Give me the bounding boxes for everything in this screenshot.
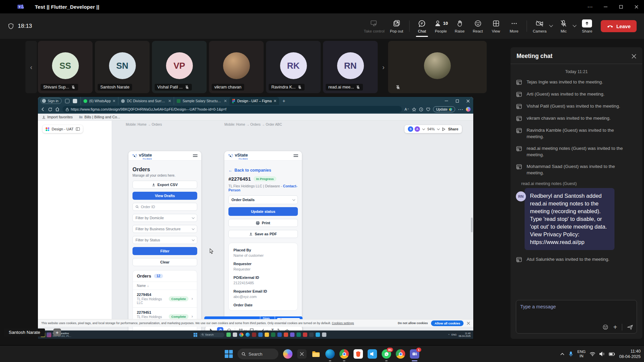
toolbar-divider <box>409 20 410 32</box>
minimize-button[interactable] <box>598 0 613 13</box>
tray-mic-icon[interactable] <box>569 351 573 357</box>
toolbar-divider <box>235 328 235 330</box>
chrome-icon[interactable] <box>339 349 349 359</box>
whatsapp-icon[interactable]: 81 <box>382 349 391 359</box>
printer-icon <box>256 221 260 225</box>
file-explorer-icon[interactable] <box>311 349 321 359</box>
figma-frame-orders: vStateFILINGS Orders Manage all your ord… <box>128 151 201 330</box>
titlebar-more-icon[interactable]: ⋯ <box>582 0 598 13</box>
add-overlay-button[interactable]: + <box>53 328 61 336</box>
participant-tile[interactable]: RK Ravindra K... <box>266 41 321 93</box>
raise-hand-button[interactable]: Raise <box>451 15 469 37</box>
avatar-photo <box>424 52 451 79</box>
camera-button[interactable]: Camera <box>530 15 549 37</box>
calendar-add-icon <box>516 256 522 263</box>
participant-tile[interactable]: RN read.ai mee... <box>323 41 378 93</box>
participant-scroll-right[interactable]: › <box>378 41 389 93</box>
participant-scroll-left[interactable]: ‹ <box>25 41 37 93</box>
read-aloud-icon: A⌃ <box>405 107 409 111</box>
participant-name-label: Vishal Patil ... <box>155 84 192 90</box>
leave-button[interactable]: Leave <box>601 20 637 32</box>
chat-input[interactable]: Type a message + <box>516 300 637 334</box>
people-button[interactable]: 10 People <box>431 15 450 37</box>
remote-cursor-icon <box>208 248 214 254</box>
chevron-down-icon <box>192 238 195 241</box>
language-indicator[interactable]: ENG IN <box>577 350 586 358</box>
mic-options-chevron-icon[interactable] <box>573 23 577 27</box>
participant-name-label: vikram chavan <box>212 84 244 90</box>
mini-taskbar-icon <box>322 333 326 337</box>
attach-plus-icon[interactable]: + <box>613 324 617 330</box>
participant-tile[interactable]: vikram chavan <box>209 41 264 93</box>
chrome-profile-icon[interactable] <box>396 349 405 359</box>
participant-tile[interactable] <box>388 41 487 93</box>
pop-out-button[interactable]: Pop out <box>387 15 406 37</box>
chat-button[interactable]: Chat <box>413 15 431 37</box>
close-button[interactable] <box>629 0 644 13</box>
vstate-logo: vStateFILINGS <box>132 152 152 160</box>
teams-icon[interactable]: T1 <box>410 349 419 359</box>
more-icon <box>510 19 518 27</box>
more-button[interactable]: More <box>505 15 523 37</box>
company-line: TL Flex Holdings LLC | Delaware - Contac… <box>228 184 298 192</box>
maximize-button[interactable] <box>613 0 629 13</box>
tab-close-icon <box>168 100 171 102</box>
collaborator-avatar: S <box>408 126 413 132</box>
system-message: read.ai meeting notes (Guest) was invite… <box>516 145 637 158</box>
share-button[interactable]: Share <box>578 15 596 37</box>
update-status-button: Update status <box>228 207 298 216</box>
emoji-icon[interactable] <box>602 324 608 330</box>
filter-status-select: Filter by Status <box>132 236 197 244</box>
taskbar-clock[interactable]: 11:40 08-04-2025 <box>619 349 641 359</box>
brave-icon[interactable] <box>354 349 363 359</box>
chevron-right-icon: › <box>192 314 193 319</box>
mini-taskbar-icon <box>309 333 314 337</box>
take-control-button: Take control <box>361 15 387 37</box>
calendar-add-icon <box>516 91 522 98</box>
tab-close-icon <box>113 100 115 102</box>
tab-actions-icon <box>73 99 77 103</box>
mini-taskbar-icon <box>297 333 301 337</box>
participant-tile[interactable]: SS Shivani Sup... <box>38 41 93 93</box>
edge-icon[interactable] <box>325 349 335 359</box>
mini-taskbar-icon <box>284 333 288 337</box>
presenter-name-label: Santosh Narate <box>4 328 45 337</box>
wifi-icon[interactable] <box>590 352 595 356</box>
camera-options-chevron-icon[interactable] <box>549 23 553 27</box>
participant-tile[interactable]: SN Santosh Narate <box>95 41 150 93</box>
vscode-icon[interactable] <box>368 349 377 359</box>
move-tool-icon <box>209 328 213 330</box>
app-icon-dark[interactable] <box>297 349 307 359</box>
chevron-right-icon: › <box>382 63 385 71</box>
react-button[interactable]: React <box>469 15 487 37</box>
participant-tile[interactable]: VP Vishal Patil ... <box>152 41 207 93</box>
figma-favicon <box>232 99 235 103</box>
meeting-timer: 18:13 <box>7 22 32 30</box>
mini-taskbar-icon <box>303 333 307 337</box>
svg-text:T: T <box>18 5 20 9</box>
raise-hand-icon <box>456 19 464 27</box>
svg-text:T: T <box>413 353 415 355</box>
start-button[interactable] <box>225 350 233 358</box>
chat-date-header: Today 11:21 <box>516 69 637 74</box>
teams-meeting-window: T Test || Flutter_Developer || ⋯ 18:13 T… <box>0 0 644 362</box>
close-chat-icon[interactable] <box>632 54 636 59</box>
figma-page: Mobile: Home → Orders Mobile: Home → Ord… <box>38 121 473 330</box>
avatar: VP <box>166 52 193 79</box>
speaker-icon[interactable] <box>599 352 605 356</box>
battery-icon[interactable] <box>609 352 615 356</box>
figma-left-panel <box>38 121 112 319</box>
chat-panel-title: Meeting chat <box>517 53 552 60</box>
orders-title: Orders <box>132 167 197 173</box>
avatar: RK <box>280 52 307 79</box>
mic-button[interactable]: Mic <box>554 15 573 37</box>
window-title: Test || Flutter_Developer || <box>35 4 99 10</box>
taskbar-search[interactable]: Search <box>237 349 278 359</box>
mini-taskbar-icon <box>246 333 250 337</box>
participant-name-label: Santosh Narate <box>98 84 132 90</box>
send-icon[interactable] <box>627 324 633 330</box>
view-button[interactable]: View <box>487 15 505 37</box>
chevron-down-icon <box>437 127 440 130</box>
copilot-icon[interactable] <box>283 349 292 359</box>
tray-chevron-up-icon[interactable] <box>560 353 565 356</box>
